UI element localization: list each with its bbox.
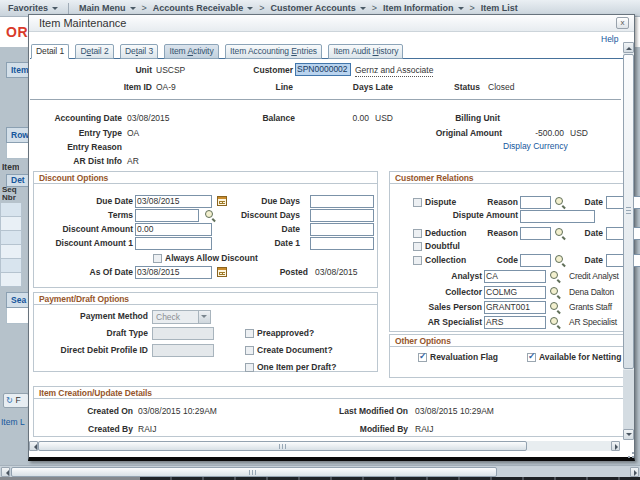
discount-amount-label: Discount Amount xyxy=(35,223,133,236)
ar-dist-info-value: AR xyxy=(127,155,139,168)
terms-label: Terms xyxy=(35,209,133,222)
deduction-reason-input[interactable] xyxy=(520,227,551,240)
dispute-reason-input[interactable] xyxy=(520,196,551,209)
scrollbar-thumb[interactable] xyxy=(11,467,497,477)
due-days-input[interactable] xyxy=(310,195,374,208)
modal-horizontal-scrollbar[interactable] xyxy=(29,441,620,451)
breadcrumb-item-information[interactable]: Item Information xyxy=(383,3,464,13)
customer-name[interactable]: Gernz and Associate xyxy=(355,64,433,77)
dispute-checkbox[interactable] xyxy=(413,198,422,207)
lookup-icon[interactable] xyxy=(550,317,561,328)
refresh-button[interactable]: ↻ F xyxy=(3,393,29,408)
calendar-icon[interactable] xyxy=(217,267,227,277)
scrollbar-track[interactable] xyxy=(623,370,634,429)
breadcrumb-main-menu[interactable]: Main Menu xyxy=(79,3,136,13)
discount-options-title: Discount Options xyxy=(39,173,108,183)
bg-item-list-link[interactable]: Item L xyxy=(1,417,25,427)
breadcrumb-favorites[interactable]: Favorites xyxy=(8,3,58,13)
status-value: Closed xyxy=(488,81,514,94)
reason-label: Reason xyxy=(458,196,518,209)
created-by-label: Created By xyxy=(33,423,133,436)
bg-grid-cell xyxy=(0,259,22,273)
close-icon[interactable]: x xyxy=(616,17,629,29)
scrollbar-thumb[interactable] xyxy=(623,54,634,369)
scroll-right-button[interactable] xyxy=(630,467,639,477)
ar-specialist-desc: AR Specialist xyxy=(569,316,617,329)
sales-person-label: Sales Person xyxy=(402,301,482,314)
discount-amount-input[interactable]: 0.00 xyxy=(135,223,212,236)
collector-desc: Dena Dalton xyxy=(569,286,614,299)
due-days-label: Due Days xyxy=(220,195,300,208)
oracle-logo: ORACLE xyxy=(6,24,29,40)
page-horizontal-scrollbar[interactable] xyxy=(0,465,640,477)
status-label: Status xyxy=(409,81,480,94)
collector-input[interactable]: COLMG xyxy=(484,286,546,299)
scroll-down-button[interactable] xyxy=(623,429,634,440)
terms-input[interactable] xyxy=(135,209,199,222)
tab-detail-2[interactable]: Detail 2 xyxy=(75,44,113,59)
date-input[interactable] xyxy=(310,223,374,236)
one-item-per-draft-checkbox[interactable] xyxy=(245,363,254,372)
tab-detail-1[interactable]: Detail 1 xyxy=(31,44,69,59)
sales-person-input[interactable]: GRANT001 xyxy=(484,301,546,314)
draft-type-input xyxy=(152,327,214,340)
deduction-checkbox[interactable] xyxy=(413,229,422,238)
always-allow-discount-label: Always Allow Discount xyxy=(165,252,258,265)
item-id-label: Item ID xyxy=(49,81,152,94)
last-modified-on-label: Last Modified On xyxy=(308,405,408,418)
posted-label: Posted xyxy=(238,266,308,279)
discount-days-input[interactable] xyxy=(310,209,374,222)
discount-amount-1-input[interactable] xyxy=(135,237,212,250)
collection-code-input[interactable] xyxy=(520,254,551,267)
lookup-icon[interactable] xyxy=(550,271,561,282)
payment-method-select[interactable]: Check xyxy=(152,310,211,324)
lookup-icon[interactable] xyxy=(205,210,216,221)
ar-specialist-label: AR Specialist xyxy=(402,316,482,329)
due-date-input[interactable]: 03/08/2015 xyxy=(135,195,212,208)
breadcrumb-customer-accounts[interactable]: Customer Accounts xyxy=(271,3,366,13)
tab-item-activity[interactable]: Item Activity xyxy=(164,44,218,59)
available-for-netting-checkbox[interactable] xyxy=(527,353,536,362)
balance-value: 0.00USD xyxy=(279,112,393,125)
create-document-checkbox[interactable] xyxy=(245,346,254,355)
tab-item-accounting-entries[interactable]: Item Accounting Entries xyxy=(225,44,322,59)
dispute-amount-input[interactable] xyxy=(520,210,595,223)
display-currency-link[interactable]: Display Currency xyxy=(503,141,568,151)
scroll-left-button[interactable] xyxy=(1,467,10,477)
lookup-icon[interactable] xyxy=(550,287,561,298)
revaluation-flag-checkbox[interactable] xyxy=(418,353,427,362)
breadcrumb-separator: > xyxy=(372,3,377,13)
chevron-down-icon xyxy=(458,7,464,13)
as-of-date-input[interactable]: 03/08/2015 xyxy=(135,266,212,279)
analyst-input[interactable]: CA xyxy=(484,270,546,283)
help-link[interactable]: Help xyxy=(601,34,618,44)
modal-vertical-scrollbar[interactable] xyxy=(623,42,634,440)
preapproved-checkbox[interactable] xyxy=(245,329,254,338)
available-for-netting-label: Available for Netting xyxy=(539,351,621,364)
always-allow-discount-checkbox[interactable] xyxy=(153,254,162,263)
date-1-label: Date 1 xyxy=(220,237,300,250)
reason-label: Reason xyxy=(458,227,518,240)
original-amount-value: -500.00USD xyxy=(474,127,588,140)
lookup-icon[interactable] xyxy=(550,302,561,313)
breadcrumb-accounts-receivable[interactable]: Accounts Receivable xyxy=(153,3,254,13)
entry-type-label: Entry Type xyxy=(29,127,122,140)
doubtful-checkbox[interactable] xyxy=(413,242,422,251)
scroll-left-button[interactable] xyxy=(29,441,38,451)
analyst-label: Analyst xyxy=(402,270,482,283)
breadcrumb-item-list[interactable]: Item List xyxy=(481,3,518,13)
resize-grip[interactable] xyxy=(625,449,635,459)
chevron-down-icon xyxy=(247,7,253,13)
collection-checkbox[interactable] xyxy=(413,256,422,265)
scroll-up-button[interactable] xyxy=(623,42,634,53)
scrollbar-thumb[interactable] xyxy=(38,441,527,451)
other-options-title: Other Options xyxy=(395,336,451,346)
tab-detail-3[interactable]: Detail 3 xyxy=(120,44,158,59)
customer-input[interactable]: SPN0000002 xyxy=(295,63,351,76)
created-on-value: 03/08/2015 10:29AM xyxy=(138,405,217,418)
modified-by-value: RAIJ xyxy=(415,423,433,436)
tab-item-audit-history[interactable]: Item Audit History xyxy=(328,44,403,59)
ar-specialist-input[interactable]: ARS xyxy=(484,316,546,329)
date-1-input[interactable] xyxy=(310,237,374,250)
scroll-right-button[interactable] xyxy=(611,441,620,451)
